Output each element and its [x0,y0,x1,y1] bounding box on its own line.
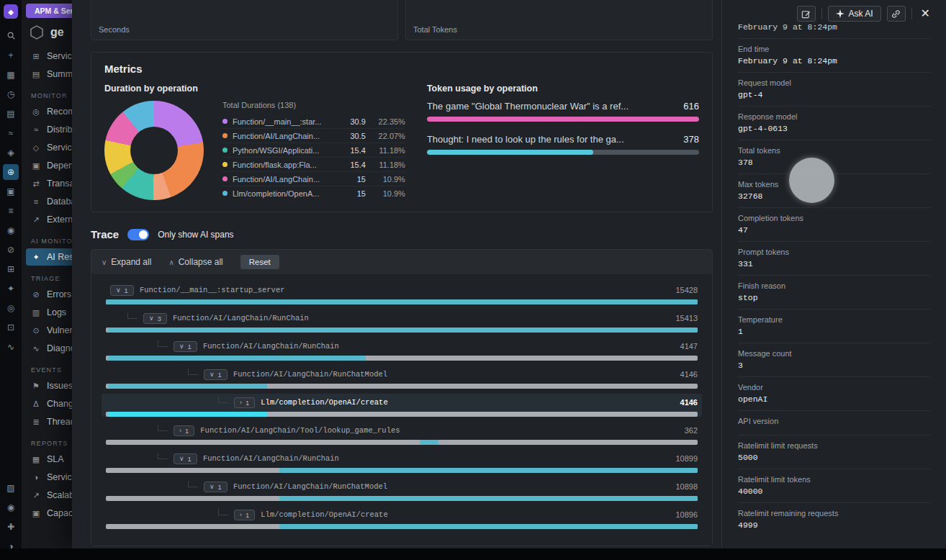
dashboards-icon[interactable]: ▤ [3,106,19,122]
chevron-icon: ∨ [179,455,184,462]
recommendations-icon: ◎ [31,107,41,117]
span-duration: 15428 [675,286,698,294]
token-usage-title: Token usage by operation [427,83,699,94]
span-expand-chip[interactable]: ∨ 1 [174,453,197,464]
trace-span-row[interactable]: › 1 Llm/completion/OpenAI/create 10896 [102,506,702,529]
explorer-icon[interactable]: ⊕ [3,164,19,180]
close-icon[interactable]: ✕ [918,8,933,19]
legend-row[interactable]: Function/__main__:star... 30.9 22.35% [222,114,405,129]
detail-field-value: gpt-4-0613 [738,124,930,133]
scalability-icon: ↗ [31,491,41,500]
traces-icon[interactable]: ≈ [3,125,19,141]
detail-field-label: Message count [738,349,930,358]
span-expand-chip[interactable]: ∨ 1 [110,285,134,296]
detail-field-value: openAI [738,394,930,404]
trace-title: Trace [91,228,119,240]
alerts-icon[interactable]: ◈ [3,145,19,161]
span-child-count: 1 [185,427,189,435]
only-ai-spans-toggle[interactable] [127,229,149,240]
detail-field: Completion tokens 47 [738,207,930,241]
trace-span-row[interactable]: ∨ 1 Function/AI/LangChain/RunChatModel 1… [102,478,702,501]
account-icon[interactable]: ◉ [3,500,19,515]
detail-field-value: February 9 at 8:24pm [738,22,930,32]
ask-ai-button[interactable]: Ask AI [828,6,881,22]
legend-row[interactable]: Function/flask.app:Fla... 15.4 11.18% [222,158,405,172]
legend-row[interactable]: Python/WSGI/Applicati... 15.4 11.18% [222,143,405,158]
capacity-icon: ▣ [31,509,41,518]
legend-row[interactable]: Llm/completion/OpenA... 15 10.9% [222,186,405,200]
span-duration: 10898 [675,482,698,491]
docs-icon[interactable]: ▣ [3,184,19,199]
expand-all-button[interactable]: ∨ Expand all [102,257,151,267]
trace-rows: ∨ 1 Function/__main__:startup_server 154… [91,274,712,546]
synthetics-icon[interactable]: ∿ [3,339,19,355]
trace-span-row[interactable]: ∨ 1 Function/AI/LangChain/RunChatModel 4… [102,366,702,389]
apps-grid-icon[interactable]: ▦ [3,67,19,83]
span-timeline [106,384,698,389]
support-icon[interactable]: ✚ [3,519,19,535]
token-usage-bar [427,150,699,155]
trace-span-row[interactable]: ∨ 1 Function/AI/LangChain/RunChain 4147 [102,338,702,361]
detail-field-label: Completion tokens [738,214,930,222]
total-tokens-chart-card[interactable]: Total Tokens [405,0,713,40]
feedback-icon [801,9,811,19]
tree-connector [188,481,198,487]
lists-icon[interactable]: ≡ [3,203,19,219]
duration-donut-chart[interactable] [104,101,204,200]
trace-span-row[interactable]: ∨ 1 Function/AI/LangChain/RunChain 10899 [102,450,702,473]
errors-icon[interactable]: ⊘ [3,242,19,258]
recents-icon[interactable]: ◷ [3,86,19,102]
detail-field: Message count 3 [738,343,930,376]
trace-span-row[interactable]: › 1 Function/AI/LangChain/Tool/lookup_ga… [102,422,702,445]
layers-icon[interactable]: ▧ [3,480,19,496]
token-usage-row[interactable]: The game "Global Thermonuclear War" is a… [427,101,699,122]
span-expand-chip[interactable]: › 1 [234,510,255,520]
ai-icon[interactable]: ✦ [3,281,19,297]
legend-row[interactable]: Function/AI/LangChain... 15 10.9% [222,172,405,186]
reset-button[interactable]: Reset [240,255,279,269]
monitors-icon[interactable]: ◎ [3,300,19,316]
add-icon[interactable]: + [3,48,19,63]
span-expand-chip[interactable]: › 1 [174,425,194,436]
collapse-all-button[interactable]: ∧ Collapse all [168,257,222,267]
trace-span-row[interactable]: › 1 Llm/completion/OpenAI/create 4146 [102,394,702,417]
detail-field-value: 32768 [738,191,930,201]
copy-link-button[interactable] [887,6,906,22]
metrics-icon[interactable]: ◉ [3,222,19,238]
tree-connector [218,397,228,403]
detail-field-value: February 9 at 8:24pm [738,56,930,66]
span-expand-chip[interactable]: ∨ 1 [204,369,228,380]
controls-divider [911,8,912,19]
feedback-button[interactable] [797,6,816,22]
span-expand-chip[interactable]: ∨ 1 [174,341,197,352]
detail-field-label: Response model [738,112,930,121]
trace-span-row[interactable]: ∨ 1 Function/__main__:startup_server 154… [102,281,702,304]
total-tokens-axis-label: Total Tokens [413,25,457,34]
legend-value: 15.4 [340,146,366,155]
detail-field: End time February 9 at 8:24pm [738,38,930,72]
token-usage-row[interactable]: Thought: I need to look up the rules for… [427,134,699,155]
legend-percent: 22.07% [371,132,405,140]
legend-color-dot [222,176,228,181]
packages-icon[interactable]: ⊞ [3,261,19,277]
detail-field-label: Temperature [738,315,930,324]
chevron-down-icon: ∨ [102,258,107,266]
legend-operation-name: Llm/completion/OpenA... [233,189,335,198]
span-expand-chip[interactable]: › 1 [234,397,255,408]
span-duration: 4146 [680,398,698,407]
entity-hexagon-icon [29,24,45,40]
seconds-chart-card[interactable]: Seconds [91,0,398,40]
search-icon[interactable] [3,28,19,44]
trace-span-row[interactable]: ∨ 3 Function/AI/LangChain/RunChain 15413 [102,310,702,333]
token-usage-value: 378 [683,134,699,145]
span-expand-chip[interactable]: ∨ 3 [143,313,167,324]
legend-percent: 22.35% [371,117,405,126]
trace-section: Trace Only show AI spans ∨ Expand all ∧ … [91,228,713,546]
app-logo[interactable]: ◆ [4,4,18,19]
span-expand-chip[interactable]: ∨ 1 [204,482,228,492]
span-name: Function/AI/LangChain/Tool/lookup_game_r… [200,426,678,435]
tree-connector [158,453,168,459]
infrastructure-icon[interactable]: ⊡ [3,320,19,335]
sidebar-item-label: Issues [47,381,73,391]
legend-row[interactable]: Function/AI/LangChain... 30.5 22.07% [222,129,405,143]
